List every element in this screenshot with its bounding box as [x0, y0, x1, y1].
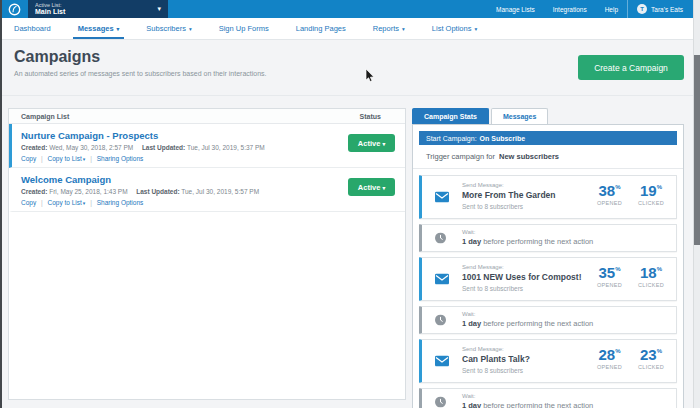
top-bar: Active List: Main List ▾ Manage Lists In…: [0, 0, 693, 18]
window-edge: [0, 0, 2, 408]
campaign-stats-panel: Campaign Stats Messages Start Campaign: …: [412, 108, 684, 408]
chevron-down-icon: ▾: [189, 26, 192, 32]
help-link[interactable]: Help: [605, 6, 618, 13]
clock-icon: [435, 315, 446, 326]
send-message-step[interactable]: Send Message: More From The Garden Sent …: [419, 175, 677, 219]
manage-lists-link[interactable]: Manage Lists: [496, 6, 535, 13]
campaign-meta: Created: Wed, May 30, 2018, 2:57 PM Last…: [21, 144, 345, 151]
page-subtitle: An automated series of messages sent to …: [14, 70, 267, 77]
clicked-stat: 19% CLICKED: [638, 183, 664, 206]
stats-tabs: Campaign Stats Messages: [412, 108, 684, 124]
status-dropdown-button[interactable]: Active▾: [348, 134, 395, 152]
status-column-header: Status: [360, 113, 381, 120]
sharing-options-link[interactable]: Sharing Options: [97, 199, 144, 206]
user-avatar: T: [637, 4, 647, 14]
opened-stat: 38% OPENED: [597, 183, 622, 206]
copy-link[interactable]: Copy: [21, 155, 36, 162]
chevron-down-icon: ▾: [382, 185, 385, 191]
campaign-meta: Created: Fri, May 25, 2018, 1:43 PM Last…: [21, 188, 345, 195]
envelope-icon: [435, 274, 449, 285]
clicked-stat: 18% CLICKED: [638, 265, 664, 288]
opened-stat: 35% OPENED: [597, 265, 622, 288]
envelope-icon: [435, 356, 449, 367]
page-scrollbar[interactable]: [693, 0, 700, 408]
nav-item-subscribers[interactable]: Subscribers ▾: [146, 18, 191, 39]
campaign-steps: Send Message: More From The Garden Sent …: [419, 169, 677, 408]
mouse-cursor: [365, 69, 376, 87]
wait-step: Wait: 1 daybefore performing the next ac…: [419, 306, 677, 334]
wait-step: Wait: 1 daybefore performing the next ac…: [419, 388, 677, 408]
nav-item-landing-pages[interactable]: Landing Pages: [296, 18, 346, 39]
caret-down-icon: ▾: [83, 156, 86, 162]
opened-stat: 28% OPENED: [597, 347, 622, 370]
page-title: Campaigns: [14, 48, 100, 66]
copy-link[interactable]: Copy: [21, 199, 36, 206]
copy-to-list-link[interactable]: Copy to List▾: [48, 155, 86, 162]
caret-down-icon: ▾: [83, 200, 86, 206]
copy-to-list-link[interactable]: Copy to List▾: [48, 199, 86, 206]
start-campaign-bar: Start Campaign: On Subscribe: [419, 131, 677, 145]
main-nav: Dashboard Messages ▾ Subscribers ▾ Sign …: [0, 18, 693, 40]
create-campaign-button[interactable]: Create a Campaign: [578, 55, 684, 80]
topbar-links: Manage Lists Integrations Help T Tara's …: [487, 0, 693, 18]
nav-item-dashboard[interactable]: Dashboard: [14, 18, 51, 39]
nav-item-list-options[interactable]: List Options ▾: [432, 18, 477, 39]
campaign-link[interactable]: Nurture Campaign - Prospects: [21, 130, 345, 141]
campaign-row: Welcome Campaign Created: Fri, May 25, 2…: [9, 168, 405, 212]
active-list-dropdown[interactable]: Active List: Main List ▾: [28, 0, 168, 18]
nav-item-reports[interactable]: Reports ▾: [373, 18, 405, 39]
nav-item-sign-up-forms[interactable]: Sign Up Forms: [219, 18, 269, 39]
leaf-logo-icon: [8, 3, 21, 16]
send-message-step[interactable]: Send Message: 1001 NEW Uses for Compost!…: [419, 257, 677, 301]
user-menu[interactable]: T Tara's Eats: [627, 0, 693, 18]
clicked-stat: 23% CLICKED: [638, 347, 664, 370]
sharing-options-link[interactable]: Sharing Options: [97, 155, 144, 162]
chevron-down-icon: ▾: [382, 141, 385, 147]
envelope-icon: [435, 192, 449, 203]
header-divider: [0, 95, 693, 96]
clock-icon: [435, 397, 446, 408]
tab-campaign-stats[interactable]: Campaign Stats: [412, 108, 489, 124]
wait-step: Wait: 1 daybefore performing the next ac…: [419, 224, 677, 252]
chevron-down-icon: ▾: [157, 5, 161, 13]
nav-item-messages[interactable]: Messages ▾: [78, 18, 120, 39]
campaign-link[interactable]: Welcome Campaign: [21, 174, 345, 185]
campaign-actions: Copy | Copy to List▾ | Sharing Options: [21, 199, 345, 206]
chevron-down-icon: ▾: [402, 26, 405, 32]
chevron-down-icon: ▾: [474, 26, 477, 32]
campaign-list-panel: Campaign List Status Nurture Campaign - …: [8, 108, 406, 400]
send-message-step[interactable]: Send Message: Can Plants Talk? Sent to 8…: [419, 339, 677, 383]
trigger-description: Trigger campaign for New subscribers: [413, 145, 683, 169]
user-name: Tara's Eats: [651, 6, 683, 13]
campaign-list-header: Campaign List: [21, 113, 69, 120]
tab-messages[interactable]: Messages: [491, 108, 548, 124]
integrations-link[interactable]: Integrations: [553, 6, 587, 13]
scrollbar-thumb[interactable]: [694, 55, 700, 245]
chevron-down-icon: ▾: [117, 26, 120, 32]
campaign-actions: Copy | Copy to List▾ | Sharing Options: [21, 155, 345, 162]
clock-icon: [435, 233, 446, 244]
active-list-value: Main List: [35, 8, 157, 16]
aweber-logo[interactable]: [8, 3, 21, 16]
campaign-row: Nurture Campaign - Prospects Created: We…: [9, 124, 405, 168]
status-dropdown-button[interactable]: Active▾: [348, 178, 395, 196]
active-list-label: Active List:: [35, 2, 157, 8]
